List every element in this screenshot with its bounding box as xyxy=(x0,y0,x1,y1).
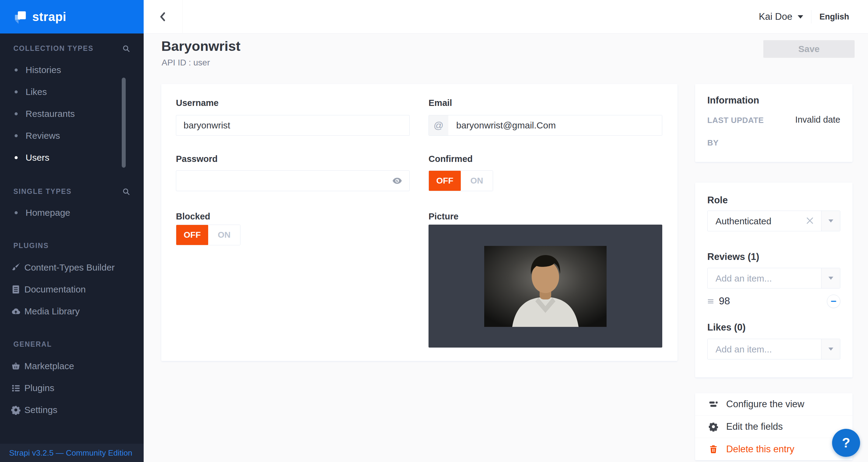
dropdown-arrow[interactable] xyxy=(821,268,840,288)
review-item-value[interactable]: 98 xyxy=(719,295,730,307)
gear-icon xyxy=(11,405,21,415)
email-field: @ xyxy=(429,115,662,136)
book-icon xyxy=(11,284,21,294)
back-button[interactable] xyxy=(144,0,183,33)
review-item-row: 98 xyxy=(707,295,840,308)
last-update-label: LAST UPDATE xyxy=(707,116,764,125)
sidebar-item-media-library[interactable]: Media Library xyxy=(0,305,144,317)
caret-down-icon xyxy=(829,277,833,280)
bullet-icon xyxy=(14,90,18,93)
list-icon xyxy=(11,383,21,393)
confirmed-toggle: OFF ON xyxy=(429,171,493,191)
eye-icon[interactable] xyxy=(392,177,402,185)
likes-placeholder: Add an item... xyxy=(715,344,772,355)
confirmed-toggle-on[interactable]: ON xyxy=(461,171,493,191)
password-field xyxy=(176,171,410,191)
bullet-icon xyxy=(14,156,18,159)
edit-fields-button[interactable]: Edit the fields xyxy=(695,415,852,438)
at-icon: @ xyxy=(429,115,448,135)
drag-handle-icon[interactable] xyxy=(707,299,714,305)
user-menu[interactable]: Kai Doe xyxy=(759,11,803,22)
save-button[interactable]: Save xyxy=(763,40,855,58)
sidebar-scrollbar[interactable] xyxy=(122,78,126,168)
last-update-value: Invalid date xyxy=(795,115,840,125)
email-label: Email xyxy=(429,98,452,108)
strapi-logo-icon xyxy=(13,10,27,24)
sidebar-item-documentation[interactable]: Documentation xyxy=(0,283,144,296)
dropdown-arrow[interactable] xyxy=(821,211,840,231)
minus-icon xyxy=(830,298,837,305)
clear-icon[interactable] xyxy=(805,216,814,225)
dropdown-arrow[interactable] xyxy=(821,339,840,359)
information-card: Information LAST UPDATE Invalid date BY xyxy=(695,84,852,162)
picture-field[interactable] xyxy=(429,225,662,347)
user-photo xyxy=(484,246,607,327)
sidebar-item-content-types-builder[interactable]: Content-Types Builder xyxy=(0,261,144,274)
trash-icon xyxy=(709,444,718,454)
bullet-icon xyxy=(14,112,18,115)
version-link[interactable]: Strapi v3.2.5 — Community Edition xyxy=(9,448,132,458)
search-icon[interactable] xyxy=(122,44,130,53)
divider xyxy=(811,10,811,24)
email-input[interactable] xyxy=(448,115,662,135)
basket-icon xyxy=(11,361,21,371)
sidebar: strapi COLLECTION TYPES Histories Likes … xyxy=(0,0,144,462)
language-selector[interactable]: English xyxy=(819,12,849,22)
paintbrush-icon xyxy=(11,263,21,272)
page-subtitle: API ID : user xyxy=(162,58,210,68)
role-select[interactable]: Authenticated xyxy=(707,211,840,231)
sidebar-item-homepage[interactable]: Homepage xyxy=(0,207,144,219)
chevron-left-icon xyxy=(158,11,168,22)
sidebar-footer: Strapi v3.2.5 — Community Edition xyxy=(0,444,144,462)
by-label: BY xyxy=(707,138,719,148)
role-label: Role xyxy=(707,195,728,206)
information-title: Information xyxy=(707,95,760,106)
relations-card: Role Authenticated Reviews (1) Add an it… xyxy=(695,183,852,377)
reviews-label: Reviews (1) xyxy=(707,251,760,263)
role-value: Authenticated xyxy=(715,216,771,226)
blocked-toggle: OFF ON xyxy=(176,225,241,245)
sliders-icon xyxy=(709,399,718,409)
main-content: Baryonwrist API ID : user Save Username … xyxy=(144,33,868,462)
blocked-toggle-on[interactable]: ON xyxy=(208,225,240,245)
page-title: Baryonwrist xyxy=(161,38,241,54)
sidebar-item-plugins[interactable]: Plugins xyxy=(0,382,144,394)
section-plugins: PLUGINS xyxy=(13,242,130,250)
search-icon[interactable] xyxy=(122,187,130,196)
configure-view-button[interactable]: Configure the view xyxy=(695,393,852,415)
logo-text: strapi xyxy=(32,10,66,24)
blocked-label: Blocked xyxy=(176,212,210,222)
section-collection-types: COLLECTION TYPES xyxy=(13,44,130,53)
sidebar-item-histories[interactable]: Histories xyxy=(0,64,144,76)
entry-form-card: Username Email @ Password Confirmed OFF … xyxy=(161,84,678,361)
password-input[interactable] xyxy=(176,171,410,191)
cloud-upload-icon xyxy=(11,306,21,316)
username-label: Username xyxy=(176,98,219,108)
bullet-icon xyxy=(14,211,18,214)
section-general: GENERAL xyxy=(13,340,130,348)
help-button[interactable]: ? xyxy=(832,429,860,457)
entry-actions-card: Configure the view Edit the fields Delet… xyxy=(695,393,852,460)
section-single-types: SINGLE TYPES xyxy=(13,187,130,196)
caret-down-icon xyxy=(829,219,833,222)
question-mark-icon: ? xyxy=(842,435,850,451)
reviews-add-select[interactable]: Add an item... xyxy=(707,268,840,288)
username-input[interactable] xyxy=(176,115,410,136)
delete-entry-button[interactable]: Delete this entry xyxy=(695,438,852,460)
strapi-logo[interactable]: strapi xyxy=(0,0,144,33)
password-label: Password xyxy=(176,154,218,164)
confirmed-toggle-off[interactable]: OFF xyxy=(429,171,461,191)
caret-down-icon xyxy=(829,347,833,350)
picture-label: Picture xyxy=(429,212,458,222)
gear-icon xyxy=(709,422,718,432)
confirmed-label: Confirmed xyxy=(429,154,473,164)
sidebar-item-settings[interactable]: Settings xyxy=(0,404,144,416)
blocked-toggle-off[interactable]: OFF xyxy=(176,225,208,245)
remove-item-button[interactable] xyxy=(827,295,840,308)
bullet-icon xyxy=(14,68,18,71)
likes-label: Likes (0) xyxy=(707,322,746,333)
chevron-down-icon xyxy=(798,15,803,19)
topbar: Kai Doe English xyxy=(144,0,868,33)
likes-add-select[interactable]: Add an item... xyxy=(707,339,840,360)
sidebar-item-marketplace[interactable]: Marketplace xyxy=(0,360,144,372)
